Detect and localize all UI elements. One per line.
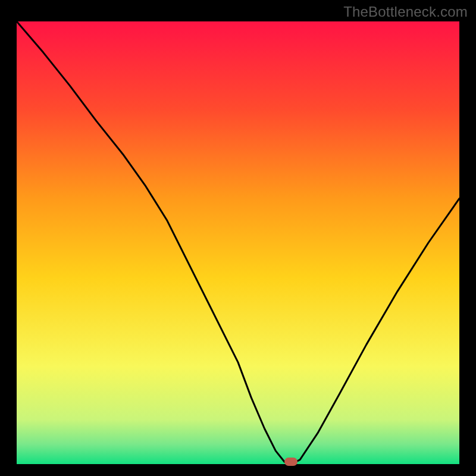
chart-background	[17, 21, 459, 464]
chart-frame: TheBottleneck.com	[0, 0, 476, 476]
chart-svg	[17, 21, 459, 464]
optimal-point-marker	[284, 458, 298, 466]
watermark-text: TheBottleneck.com	[343, 4, 468, 20]
plot-area	[17, 21, 459, 464]
